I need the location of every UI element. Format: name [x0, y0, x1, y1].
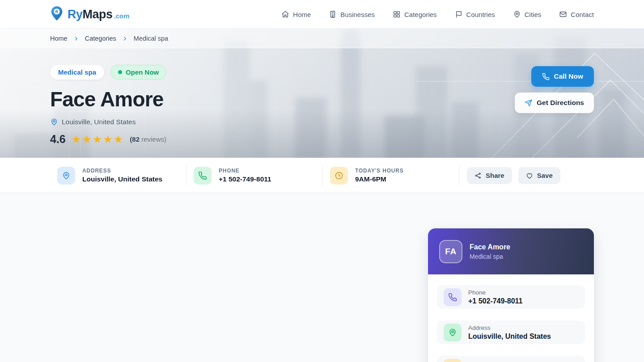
chevron-right-icon — [122, 36, 128, 42]
grid-icon — [393, 10, 401, 18]
rating: 4.6 ★★★★★ (82 reviews) — [50, 133, 166, 146]
business-card-body: Phone +1 502-749-8011 Address Louisville… — [428, 274, 594, 362]
building-icon — [329, 10, 337, 18]
map-pin-icon — [50, 118, 58, 126]
review-count: (82 reviews) — [130, 135, 166, 143]
phone-icon — [444, 288, 462, 306]
main-navigation: Home Businesses Categories Countries Cit… — [281, 10, 594, 18]
hero-section: Home Categories Medical spa Medical spa … — [0, 29, 644, 158]
card-row-phone[interactable]: Phone +1 502-749-8011 — [437, 285, 585, 309]
page-title: Face Amore — [50, 87, 166, 111]
hero-action-buttons: Call Now Get Directions — [515, 65, 594, 113]
share-button[interactable]: Share — [467, 167, 512, 184]
card-address-value: Louisville, United States — [468, 333, 551, 341]
brand-logo[interactable]: R RyMaps.com — [50, 5, 130, 23]
card-phone-value: +1 502-749-8011 — [468, 297, 522, 305]
heart-icon — [526, 172, 533, 179]
share-save-actions: Share Save — [459, 167, 560, 184]
home-icon — [281, 10, 289, 18]
card-row-address[interactable]: Address Louisville, United States — [437, 320, 585, 344]
category-badge[interactable]: Medical spa — [50, 65, 104, 80]
call-now-button[interactable]: Call Now — [531, 66, 594, 87]
open-now-badge: Open Now — [110, 65, 166, 80]
hero-business-summary: Medical spa Open Now Face Amore Louisvil… — [50, 65, 166, 146]
clock-icon — [330, 167, 348, 185]
navigation-icon — [525, 99, 532, 107]
share-icon — [475, 172, 482, 179]
breadcrumb-current: Medical spa — [134, 35, 168, 42]
nav-item-home[interactable]: Home — [281, 10, 311, 18]
phone-value: +1 502-749-8011 — [219, 175, 271, 183]
breadcrumb-bar: Home Categories Medical spa — [0, 29, 644, 48]
rating-score: 4.6 — [50, 133, 66, 146]
hours-label: TODAY'S HOURS — [355, 168, 404, 174]
card-address-label: Address — [468, 324, 551, 331]
info-address: ADDRESS Louisville, United States — [50, 167, 186, 185]
info-hours: TODAY'S HOURS 9AM-6PM — [323, 167, 459, 185]
breadcrumb-categories[interactable]: Categories — [85, 35, 116, 42]
star-rating-icons: ★★★★★ — [72, 134, 124, 145]
avatar: FA — [439, 240, 462, 263]
card-business-name: Face Amore — [470, 243, 510, 251]
business-location: Louisville, United States — [50, 118, 166, 126]
chevron-right-icon — [73, 36, 79, 42]
business-card-header: FA Face Amore Medical spa — [428, 228, 594, 274]
phone-label: PHONE — [219, 168, 271, 174]
nav-item-contact[interactable]: Contact — [559, 10, 594, 18]
map-pin-icon — [444, 324, 462, 341]
get-directions-button[interactable]: Get Directions — [515, 93, 594, 113]
breadcrumb-home[interactable]: Home — [50, 35, 68, 42]
logo-pin-icon: R — [50, 5, 64, 23]
quick-info-bar: ADDRESS Louisville, United States PHONE … — [0, 158, 644, 193]
nav-item-cities[interactable]: Cities — [513, 10, 542, 18]
address-label: ADDRESS — [82, 168, 162, 174]
save-button[interactable]: Save — [518, 167, 560, 184]
mail-icon — [559, 10, 567, 18]
card-row-hours[interactable] — [437, 356, 585, 362]
nav-item-businesses[interactable]: Businesses — [329, 10, 375, 18]
hours-value: 9AM-6PM — [355, 175, 404, 183]
breadcrumb: Home Categories Medical spa — [50, 29, 594, 48]
business-info-card: FA Face Amore Medical spa Phone +1 502-7… — [428, 228, 594, 362]
card-phone-label: Phone — [468, 289, 522, 296]
top-nav: R RyMaps.com Home Businesses Categories — [0, 0, 644, 29]
phone-icon — [194, 167, 212, 185]
svg-text:R: R — [55, 9, 59, 14]
main-content: FA Face Amore Medical spa Phone +1 502-7… — [0, 193, 644, 362]
nav-item-categories[interactable]: Categories — [393, 10, 437, 18]
card-business-category: Medical spa — [470, 253, 510, 260]
map-pin-icon — [57, 167, 75, 185]
flag-icon — [455, 10, 463, 18]
clock-icon — [444, 359, 462, 362]
map-pin-icon — [513, 10, 521, 18]
open-status-dot — [118, 70, 122, 74]
nav-item-countries[interactable]: Countries — [455, 10, 495, 18]
phone-icon — [542, 73, 550, 80]
info-phone: PHONE +1 502-749-8011 — [186, 167, 322, 185]
address-value: Louisville, United States — [82, 175, 162, 183]
brand-name: RyMaps.com — [68, 8, 130, 21]
